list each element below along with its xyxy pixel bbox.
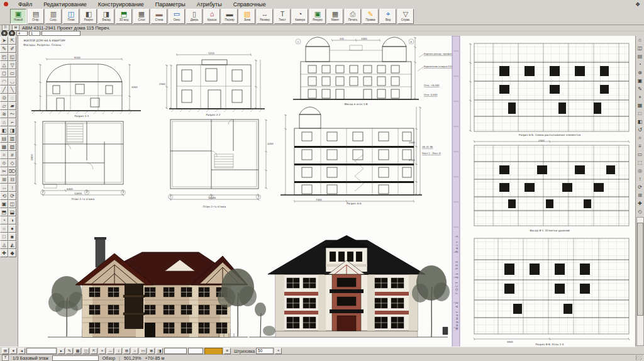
bottom-field-1[interactable]	[26, 348, 57, 354]
palette-tool[interactable]: ⟐	[0, 159, 8, 167]
palette-tool[interactable]: ⬓	[8, 208, 16, 216]
scroll-left-icon[interactable]: ◂	[18, 348, 25, 354]
right-drawings[interactable]: Разрез Б-Б. Схема расположения элементов…	[469, 43, 630, 346]
toolbar-button[interactable]: ⌖ Вид	[380, 9, 396, 24]
drawing-floor-plan-2[interactable]: 13200 4200 1 2 3 План 2-го этажа	[169, 119, 274, 208]
bottom-tool-button[interactable]: ⌖	[99, 348, 106, 354]
drawing-section-2-2[interactable]: 2580 1210 Разрез 2-2	[159, 52, 265, 117]
right-toolbar-button[interactable]: ◇	[636, 208, 644, 216]
palette-tool[interactable]: ▤	[0, 135, 8, 143]
palette-tool[interactable]: ╲	[8, 86, 16, 94]
vertical-scrollbar-thumb[interactable]	[637, 223, 643, 316]
toolbar-button[interactable]: Т Текст	[274, 9, 291, 24]
drawing-sheet[interactable]: ЖИЛОЙ ДОМ НА 6 КВАРТИР Фасады. Разрезы. …	[18, 36, 635, 347]
menu-item[interactable]: Редактирование	[38, 1, 92, 8]
right-toolbar-button[interactable]: ▦	[636, 101, 644, 109]
bottom-field-3[interactable]	[188, 348, 203, 354]
hatch-menu-icon[interactable]: ≡	[224, 348, 231, 354]
bottom-tool-button[interactable]: ↕	[115, 348, 122, 354]
drawing-section-a-a[interactable]: 3300 2700 7400 Разрез А-А	[280, 107, 422, 205]
palette-tool[interactable]: ●	[8, 225, 16, 233]
palette-tool[interactable]: ◡	[8, 77, 16, 86]
palette-tool[interactable]: ◔	[0, 216, 8, 225]
toolbar-button[interactable]: ▣ Рендер	[309, 9, 326, 24]
toolbar-button[interactable]: ▦ Макет	[327, 9, 343, 24]
palette-tool[interactable]: ⬒	[0, 208, 8, 216]
right-toolbar-button[interactable]: ⊕	[636, 69, 644, 77]
toolbar-button[interactable]: ⬒ 3D вид	[116, 9, 132, 24]
toolbar-button[interactable]: ◫ План	[63, 9, 79, 24]
toolbar-button[interactable]: ▬ Перекр	[221, 9, 238, 24]
toolbar-button[interactable]: ▭ Окно	[169, 9, 185, 24]
zoom-level[interactable]: 501,29%	[124, 356, 142, 360]
right-toolbar-button[interactable]: ⌂	[636, 36, 644, 44]
toolbar-button[interactable]: ↔ Размер	[257, 9, 273, 24]
palette-tool[interactable]: △	[0, 61, 8, 69]
palette-tool[interactable]: ➤	[0, 36, 8, 45]
palette-tool[interactable]: ◰	[0, 53, 8, 61]
right-toolbar-button[interactable]: ◎	[636, 167, 644, 175]
palette-tool[interactable]: ◑	[8, 216, 16, 225]
palette-tool[interactable]: □	[0, 233, 8, 241]
right-toolbar-button[interactable]: ▤	[636, 52, 644, 60]
vertical-scrollbar[interactable]	[636, 217, 644, 346]
palette-tool[interactable]: ⊟	[8, 175, 16, 184]
bottom-tool-button[interactable]: ↔	[107, 348, 114, 354]
right-toolbar-button[interactable]: ⌗	[636, 134, 644, 142]
palette-tool[interactable]: ◻	[0, 69, 8, 77]
status-input[interactable]	[52, 355, 99, 361]
toolbar-button[interactable]: ▤ Откр.	[28, 9, 44, 24]
palette-tool[interactable]: ▥	[8, 135, 16, 143]
palette-tool[interactable]: ▰	[8, 102, 16, 110]
right-toolbar-button[interactable]: ⊞	[636, 191, 644, 199]
toolbar-button[interactable]: ◔ Камера	[292, 9, 308, 24]
toolbar-button[interactable]: ◧ Разрез	[80, 9, 97, 24]
status-corner-icon[interactable]: Т	[2, 355, 9, 361]
resize-grip[interactable]	[636, 355, 642, 360]
help-corner-icon[interactable]: ❖	[631, 1, 644, 8]
right-toolbar-button[interactable]: ◫	[636, 44, 644, 52]
right-toolbar-button[interactable]: ≡	[636, 142, 644, 150]
bottom-tool-button[interactable]: ✎	[66, 348, 73, 354]
palette-tool[interactable]: ◭	[8, 241, 16, 249]
palette-tool[interactable]: ✎	[0, 45, 8, 53]
bottom-field-2[interactable]	[164, 348, 187, 354]
palette-tool[interactable]: #	[8, 151, 16, 159]
right-toolbar-button[interactable]: ↺	[636, 126, 644, 134]
palette-tool[interactable]: ⊙	[0, 94, 8, 102]
toolbar-button[interactable]: ▣ Новый	[10, 9, 26, 24]
toolbar-button[interactable]: ▥ Сохр.	[45, 9, 62, 24]
quick-field-1[interactable]: 4	[16, 31, 28, 36]
palette-tool[interactable]: ✐	[8, 45, 16, 53]
right-toolbar-button[interactable]: ⟳	[636, 183, 644, 191]
right-toolbar-button[interactable]: ◧	[636, 118, 644, 126]
drawing-section-1-1[interactable]: 9100 3000 Разрез 1-1	[31, 56, 141, 118]
toolbar-button[interactable]: ▯ Дверь	[186, 9, 203, 24]
bottom-tool-button[interactable]: ⊞	[123, 348, 130, 354]
palette-tool[interactable]: ✂	[0, 167, 8, 175]
right-toolbar-button[interactable]: ⬚	[636, 158, 644, 167]
drawing-right-2[interactable]: 2400 Фасад 8-1. Отметки уровней	[474, 139, 630, 232]
drawing-floor-plan-1[interactable]: 6400 12800 2850 1 2 3 План 1-го этажа	[30, 121, 126, 201]
palette-tool[interactable]: ◱	[8, 53, 16, 61]
bottom-tool-button[interactable]: ◨	[156, 348, 163, 354]
palette-tool[interactable]: ◧	[0, 126, 8, 135]
palette-tool[interactable]: ⌦	[8, 167, 16, 175]
render-building-1[interactable]	[48, 237, 257, 337]
toolbar-button[interactable]: ▬ Стена	[151, 9, 167, 24]
right-toolbar-button[interactable]: ▣	[636, 77, 644, 85]
palette-tool[interactable]: ⌐	[8, 118, 16, 126]
right-toolbar-button[interactable]: □	[636, 109, 644, 118]
palette-tool[interactable]: ▧	[8, 143, 16, 151]
right-toolbar-button[interactable]: ◔	[636, 60, 644, 69]
quick-field-3[interactable]	[42, 31, 80, 36]
quick-field-2[interactable]: 1	[29, 31, 40, 36]
menu-item[interactable]: Параметры	[150, 1, 191, 8]
menu-item[interactable]: Справочные	[228, 1, 272, 8]
palette-tool[interactable]: ▦	[0, 143, 8, 151]
palette-tool[interactable]: ◠	[0, 77, 8, 86]
right-toolbar-button[interactable]: ⌖	[636, 93, 644, 101]
palette-tool[interactable]: ≋	[0, 110, 8, 118]
bottom-tool-button[interactable]: ⌕	[131, 348, 138, 354]
palette-tool[interactable]: 〜	[8, 110, 16, 118]
